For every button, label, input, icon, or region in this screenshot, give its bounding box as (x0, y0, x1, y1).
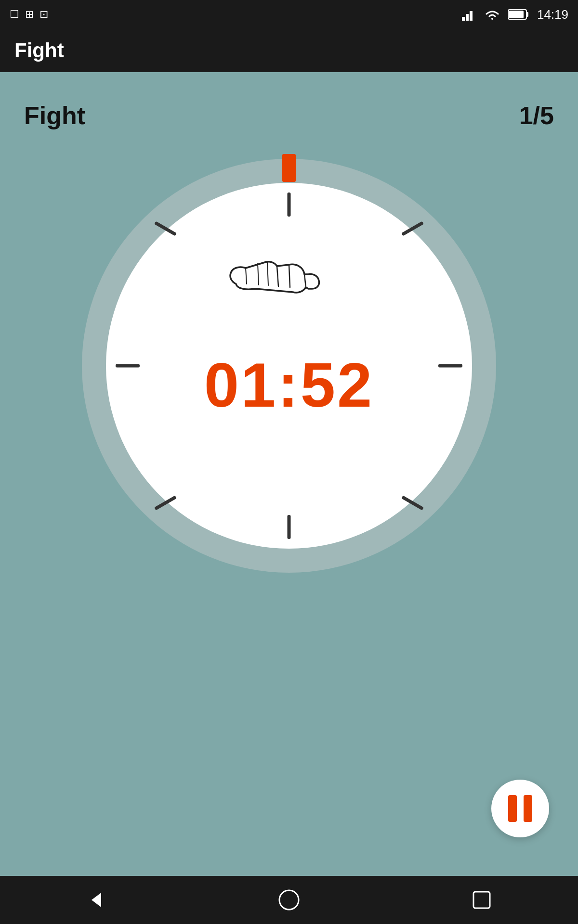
tick-6 (288, 515, 291, 539)
status-icons-left: ☐ ⊞ ⊡ (10, 8, 48, 21)
round-counter: 1/5 (519, 101, 554, 130)
clock-container: 01:52 (82, 159, 496, 573)
svg-rect-0 (462, 17, 465, 21)
phase-label: Fight (24, 101, 85, 130)
progress-marker (282, 154, 296, 182)
app-title: Fight (14, 39, 64, 62)
clock-face: 01:52 (106, 183, 472, 549)
camera-icon: ⊡ (39, 8, 48, 21)
tick-7 (154, 495, 177, 510)
nav-bar (0, 876, 578, 924)
exercise-icon-area (226, 255, 352, 303)
pause-bar-right (524, 795, 532, 822)
battery-icon (508, 9, 529, 20)
back-button[interactable] (77, 886, 116, 914)
svg-rect-4 (509, 11, 524, 18)
tick-12 (288, 192, 291, 217)
home-icon (277, 888, 301, 912)
tick-11 (154, 221, 177, 236)
signal-icon (462, 8, 476, 21)
home-button[interactable] (270, 886, 308, 914)
svg-rect-1 (466, 14, 469, 21)
punch-icon (226, 255, 352, 303)
tick-1 (401, 221, 424, 236)
screen-icon: ⊞ (25, 8, 34, 21)
status-time: 14:19 (537, 7, 568, 22)
tick-5 (401, 495, 424, 510)
tick-3 (438, 364, 462, 368)
pause-bar-left (508, 795, 517, 822)
svg-rect-5 (526, 12, 528, 17)
main-content: Fight 1/5 (0, 72, 578, 876)
recents-icon (470, 888, 494, 912)
notification-icon: ☐ (10, 8, 19, 21)
status-icons-right: 14:19 (462, 7, 568, 22)
app-bar: Fight (0, 29, 578, 72)
svg-rect-8 (473, 892, 490, 908)
recents-button[interactable] (462, 886, 501, 914)
pause-icon (508, 795, 532, 822)
wifi-icon (484, 8, 500, 21)
status-bar: ☐ ⊞ ⊡ 14:19 (0, 0, 578, 29)
timer-display: 01:52 (204, 349, 374, 421)
tick-9 (116, 364, 140, 368)
back-icon (84, 888, 108, 912)
svg-rect-2 (470, 11, 473, 21)
info-row: Fight 1/5 (14, 91, 564, 130)
clock-outer-ring: 01:52 (82, 159, 496, 573)
pause-button[interactable] (491, 780, 549, 837)
svg-marker-6 (92, 893, 101, 907)
svg-point-7 (279, 890, 299, 910)
